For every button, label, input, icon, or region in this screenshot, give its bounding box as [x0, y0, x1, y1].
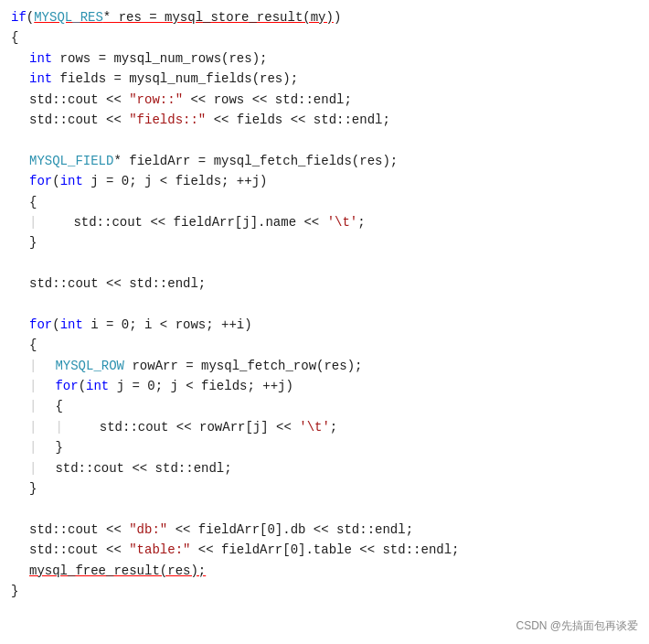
type-mysql-res: MYSQL_RES* res = mysql_store_result(my) [34, 7, 334, 27]
code-line-6: std::cout << "fields::" << fields << std… [0, 110, 649, 130]
code-line-7 [0, 130, 649, 150]
code-line-19: |for(int j = 0; j < fields; ++j) [0, 376, 649, 396]
code-line-25 [0, 499, 649, 519]
code-line-24: } [0, 478, 649, 499]
code-line-11: |std::cout << fieldArr[j].name << '\t'; [0, 212, 649, 232]
code-line-13 [0, 253, 649, 274]
code-line-2: { [0, 27, 649, 48]
code-line-22: |} [0, 437, 649, 457]
code-line-20: |{ [0, 396, 649, 416]
code-line-5: std::cout << "row::" << rows << std::end… [0, 90, 649, 110]
code-line-23: |std::cout << std::endl; [0, 458, 649, 478]
watermark: CSDN @先搞面包再谈爱 [516, 617, 638, 635]
code-line-8: MYSQL_FIELD* fieldArr = mysql_fetch_fiel… [0, 151, 649, 171]
code-line-28: mysql_free_result(res); [0, 561, 649, 581]
code-line-29: } [0, 581, 649, 601]
code-line-4: int fields = mysql_num_fields(res); [0, 69, 649, 89]
code-line-17: { [0, 335, 649, 355]
code-line-27: std::cout << "table:" << fieldArr[0].tab… [0, 540, 649, 560]
code-line-15 [0, 294, 649, 314]
code-line-14: std::cout << std::endl; [0, 274, 649, 294]
code-line-3: int rows = mysql_num_rows(res); [0, 48, 649, 69]
code-line-9: for(int j = 0; j < fields; ++j) [0, 171, 649, 191]
code-line-1: if(MYSQL_RES* res = mysql_store_result(m… [0, 7, 649, 27]
keyword-if: if [11, 7, 27, 27]
code-container: if(MYSQL_RES* res = mysql_store_result(m… [0, 0, 649, 644]
code-line-12: } [0, 232, 649, 252]
code-line-26: std::cout << "db:" << fieldArr[0].db << … [0, 520, 649, 540]
code-line-18: |MYSQL_ROW rowArr = mysql_fetch_row(res)… [0, 356, 649, 376]
code-line-10: { [0, 192, 649, 212]
code-line-21: ||std::cout << rowArr[j] << '\t'; [0, 417, 649, 437]
code-line-16: for(int i = 0; i < rows; ++i) [0, 315, 649, 335]
